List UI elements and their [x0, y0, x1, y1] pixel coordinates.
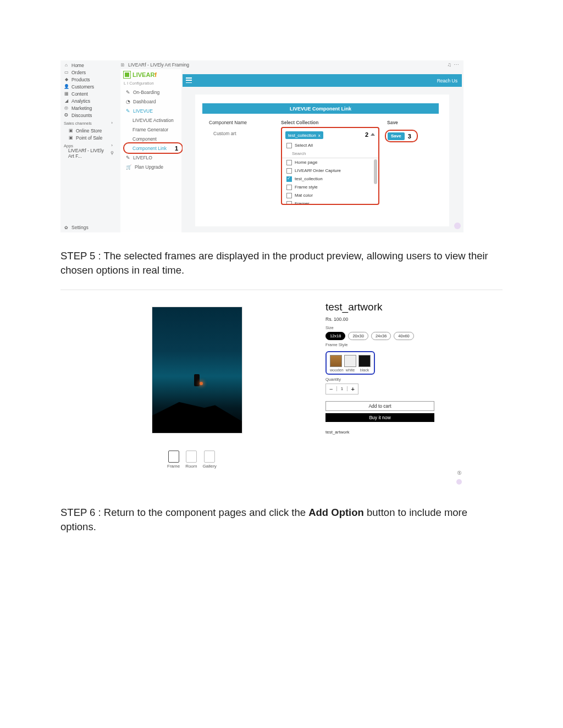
list-item[interactable]: Frames	[282, 199, 378, 204]
nav-label: Content	[71, 91, 88, 97]
checkbox-icon[interactable]	[286, 193, 292, 198]
topbar-title: LIVEARf - LIVEly Art Framing	[128, 62, 189, 68]
list-item[interactable]: Mat color	[282, 191, 378, 199]
product-title: test_artwork	[325, 301, 434, 313]
checkbox-icon[interactable]	[286, 160, 292, 165]
mid-dashboard[interactable]: ◔Dashboard	[120, 97, 181, 106]
size-option[interactable]: 12x18	[325, 332, 345, 340]
product-screenshot: Frame Room Gallery test_artwork Rs. 100.…	[60, 298, 463, 489]
more-icon[interactable]: ⋯	[454, 62, 459, 68]
mid-label: Component Link	[133, 146, 167, 151]
size-option[interactable]: 20x30	[348, 332, 368, 340]
nav-home[interactable]: ⌂Home	[60, 62, 117, 69]
chevron-right-icon[interactable]: ›	[109, 143, 114, 148]
mid-label: Frame Generator	[133, 127, 168, 132]
add-to-cart-button[interactable]: Add to cart	[325, 401, 434, 411]
step-5-text: STEP 5 : The selected frames are display…	[60, 249, 503, 277]
main-panel: Reach Us LIVEVUE Component Link Componen…	[183, 70, 463, 232]
options-list[interactable]: Home page LIVEARf Order Capture test_col…	[282, 158, 378, 204]
frame-wooden[interactable]	[330, 355, 342, 367]
help-icon[interactable]: ⦿	[456, 470, 462, 476]
col-save: Save	[387, 120, 398, 125]
nav-discounts[interactable]: ✪Discounts	[60, 112, 117, 119]
image-lantern	[200, 382, 203, 385]
mid-framegen[interactable]: Frame Generator	[120, 125, 181, 134]
frame-black[interactable]	[358, 355, 371, 367]
size-label: Size	[325, 325, 434, 330]
opt-label: Frame style	[295, 185, 318, 190]
pos-icon: ▣	[68, 135, 73, 140]
mid-plan[interactable]: 🛒Plan Upgrade	[120, 162, 181, 171]
minus-icon[interactable]: −	[326, 386, 336, 392]
chat-bubble-icon[interactable]	[456, 479, 462, 485]
list-item[interactable]: test_collection	[282, 175, 378, 183]
nav-products[interactable]: ◆Products	[60, 76, 117, 83]
hamburger-icon[interactable]	[186, 77, 192, 83]
collection-dropdown[interactable]: test_collectionx 2 Select All Search Hom…	[281, 127, 379, 205]
opt-select-all[interactable]: Select All	[282, 141, 378, 149]
thumb-frame[interactable]: Frame	[167, 451, 180, 469]
mid-liveflo[interactable]: ✎LIVEFLO	[120, 153, 181, 162]
checkbox-checked-icon[interactable]	[286, 176, 292, 182]
orders-icon: ▭	[64, 70, 69, 75]
thumb-gallery[interactable]: Gallery	[202, 451, 216, 469]
opt-label: Select All	[295, 143, 313, 148]
nav-online-store[interactable]: ▣Online Store	[60, 127, 117, 134]
frame-label: wooden	[330, 368, 342, 372]
selected-chip[interactable]: test_collectionx	[285, 131, 323, 139]
gear-icon: ✿	[64, 225, 69, 230]
logo-text: LIVEAR	[133, 71, 154, 78]
quantity-stepper[interactable]: − 1 +	[325, 384, 358, 394]
chat-bubble-icon[interactable]	[454, 223, 461, 229]
pin-icon[interactable]: ⚲	[111, 151, 114, 155]
nav-label: Customers	[71, 84, 94, 90]
checkbox-icon[interactable]	[286, 143, 292, 148]
chevron-right-icon[interactable]: ›	[109, 120, 114, 125]
list-item[interactable]: LIVEARf Order Capture	[282, 166, 378, 175]
checkbox-icon[interactable]	[286, 185, 292, 190]
reach-us-link[interactable]: Reach Us	[437, 78, 457, 84]
chip-remove-icon[interactable]: x	[318, 133, 321, 138]
qty-value: 1	[336, 386, 348, 391]
chevron-up-icon[interactable]	[371, 133, 375, 136]
plus-icon[interactable]: +	[347, 386, 358, 392]
mid-complink[interactable]: Component Link 1	[120, 143, 181, 153]
nav-analytics[interactable]: ◢Analytics	[60, 97, 117, 104]
list-item[interactable]: Frame style	[282, 183, 378, 191]
scrollbar[interactable]	[374, 159, 377, 184]
frame-icon	[168, 451, 179, 463]
save-button[interactable]: Save	[388, 132, 405, 140]
dropdown-search[interactable]: Search	[282, 149, 378, 158]
nav-label: Marketing	[71, 105, 92, 111]
logo-text-f: f	[154, 71, 157, 78]
bolt-icon: ✎	[126, 155, 130, 160]
mid-activation[interactable]: LIVEVUE Activation	[120, 115, 181, 125]
nav-label: Online Store	[76, 128, 102, 134]
mid-label: Component	[133, 136, 157, 142]
nav-settings[interactable]: ✿Settings	[64, 225, 89, 230]
nav-orders[interactable]: ▭Orders	[60, 69, 117, 76]
logo-subtitle: L I Configuration	[120, 80, 181, 87]
nav-content[interactable]: ▦Content	[60, 90, 117, 97]
nav-marketing[interactable]: ◎Marketing	[60, 104, 117, 112]
mid-label: Dashboard	[133, 99, 156, 104]
nav-customers[interactable]: 👤Customers	[60, 83, 117, 90]
app-topbar: Reach Us	[183, 74, 462, 87]
bell-icon[interactable]: ♫	[448, 62, 452, 68]
buy-now-button[interactable]: Buy it now	[325, 413, 434, 422]
mid-onboarding[interactable]: ✎On-Boarding	[120, 87, 181, 97]
checkbox-icon[interactable]	[286, 168, 292, 174]
image-rock	[152, 394, 242, 433]
frame-white[interactable]	[344, 355, 356, 367]
size-option[interactable]: 40x60	[394, 332, 413, 340]
nav-label: Settings	[71, 225, 89, 230]
nav-app[interactable]: LIVEARf - LIVEly Art F...⚲	[60, 149, 117, 157]
tag-icon: ◆	[64, 77, 69, 82]
size-option[interactable]: 24x36	[371, 332, 391, 340]
list-item[interactable]: Home page	[282, 158, 378, 166]
thumb-room[interactable]: Room	[185, 451, 197, 469]
nav-pos[interactable]: ▣Point of Sale	[60, 134, 117, 141]
step-6-bold: Add Option	[308, 507, 364, 518]
checkbox-icon[interactable]	[286, 201, 292, 204]
mid-livevue[interactable]: ✎LIVEVUE	[120, 106, 181, 115]
